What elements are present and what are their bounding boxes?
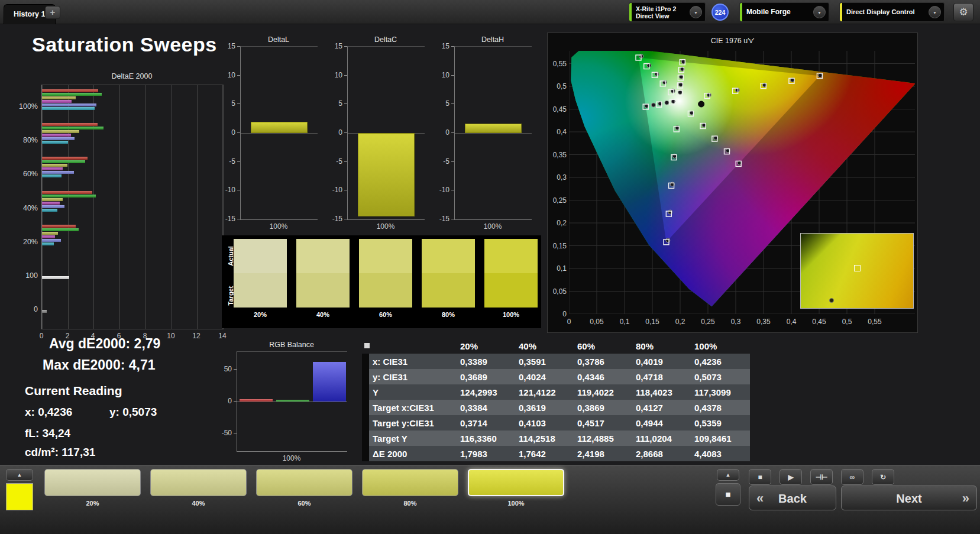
next-chevron-icon: »	[962, 491, 969, 506]
deltae-bar	[42, 164, 67, 167]
deltaC-tick-mark	[344, 132, 347, 133]
current-y-value: y: 0,5073	[109, 406, 157, 419]
table-cell: 117,3099	[691, 387, 749, 397]
deltaH-y-tick-label: -5	[433, 157, 449, 166]
swatch-actual	[484, 239, 538, 273]
continuous-button[interactable]: ∞	[841, 469, 863, 485]
deltae-group-label: 80%	[12, 136, 38, 144]
table-cell: 111,0204	[632, 433, 691, 444]
play-button[interactable]: ▶	[780, 469, 802, 485]
deltae-group-label: 0	[12, 305, 38, 313]
deltae-bar	[42, 225, 76, 228]
current-cdm2-value: cd/m²: 117,31	[25, 446, 95, 459]
deltae-bar	[42, 134, 71, 137]
swatch-target	[422, 273, 475, 308]
repeat-button[interactable]: ↻	[872, 469, 894, 485]
deltae-gridline	[197, 85, 198, 329]
swatch-label: 100%	[484, 311, 538, 318]
rgb-x-label: 100%	[237, 454, 347, 462]
table-cell: 124,2993	[457, 387, 515, 397]
table-row: Target y:CIE310,37140,41030,45170,49440,…	[362, 415, 750, 431]
max-de2000-value: Max dE2000: 4,71	[43, 357, 156, 373]
table-row-label: Target x:CIE31	[362, 403, 457, 413]
add-tab-button[interactable]: +	[45, 6, 60, 19]
deltaL-y-tick-label: 5	[219, 99, 235, 108]
step-button[interactable]: ⊣⊢	[810, 469, 833, 485]
deltaH-tick-mark	[451, 219, 454, 219]
cie-y-tick-label: 0,4	[549, 128, 567, 136]
deltaL-tick-mark	[237, 161, 240, 162]
current-fl-value: fL: 34,24	[25, 427, 70, 440]
page-title: Saturation Sweeps	[32, 33, 217, 56]
actual-vs-target-swatches: ActualTarget20%40%60%80%100%	[222, 235, 541, 328]
table-cell: 0,3689	[457, 372, 515, 382]
cie-x-tick-label: 0	[560, 318, 578, 326]
deltaH-tick-mark	[451, 190, 454, 190]
swatch-label: 80%	[422, 311, 475, 318]
table-cell: 0,4019	[632, 357, 691, 367]
table-cell: 116,3360	[457, 433, 515, 444]
deltae-bar	[42, 171, 74, 174]
table-cell: 0,5073	[691, 372, 749, 382]
swatch-target	[484, 273, 538, 308]
patch-button-100%[interactable]	[468, 469, 564, 496]
deltaH-x-label: 100%	[454, 222, 531, 231]
meter-dropdown[interactable]: X-Rite i1Pro 2Direct View ▼	[629, 2, 706, 22]
deltae-bar	[42, 141, 68, 144]
patch-button-80%[interactable]	[362, 469, 458, 496]
deltaH-y-tick-label: 15	[433, 42, 449, 50]
table-cell: 2,8668	[632, 449, 691, 459]
cie-x-tick-label: 0,4	[782, 318, 800, 326]
display-control-dropdown[interactable]: Direct Display Control ▼	[839, 2, 945, 22]
deltae-bar	[42, 96, 76, 99]
table-corner-cell	[362, 338, 457, 354]
deltae-bar	[42, 228, 79, 231]
table-cell: 0,3786	[574, 357, 632, 367]
swatch-target	[296, 273, 350, 308]
cie-current-point	[698, 101, 704, 107]
deltae-gridline	[145, 85, 146, 329]
cie-x-tick-label: 0,15	[643, 318, 661, 326]
table-row-label: y: CIE31	[362, 372, 457, 382]
patch-button-60%[interactable]	[256, 469, 352, 496]
measurement-count-badge[interactable]: 224	[711, 4, 729, 21]
rgb-y-tick-label: -50	[213, 429, 232, 437]
cie-y-tick-label: 0	[549, 310, 567, 318]
deltaH-y-tick-label: 5	[433, 99, 449, 108]
table-cell: 0,4718	[632, 372, 691, 382]
inset-measured-dot	[829, 298, 834, 303]
settings-button[interactable]: ⚙	[953, 3, 973, 21]
deltae-bar	[42, 100, 72, 103]
cie-y-tick-label: 0,3	[549, 173, 567, 182]
deltal-chart: DeltaL151050-5-10-15100%	[219, 34, 319, 235]
patch-button-20%[interactable]	[44, 469, 141, 496]
deltae-bar	[42, 239, 61, 242]
table-cell: 0,4346	[574, 372, 632, 382]
table-row-label: Target y:CIE31	[362, 418, 457, 428]
current-reading-heading: Current Reading	[25, 384, 122, 398]
swatch-actual	[359, 239, 412, 273]
table-row: ΔE 20001,79831,76422,41982,86684,4083	[362, 446, 750, 461]
table-cell: 0,4127	[632, 403, 691, 413]
stop-button[interactable]: ■	[749, 469, 771, 485]
deltaC-tick-mark	[344, 46, 347, 47]
deltae-group-label: 20%	[12, 238, 38, 246]
table-corner-icon	[364, 343, 370, 348]
swatch-label: 40%	[296, 311, 350, 318]
patch-button-40%[interactable]	[150, 469, 247, 496]
swatch-label: 60%	[359, 311, 412, 318]
table-column-header: 80%	[632, 341, 691, 351]
deltaH-y-tick-label: -10	[433, 186, 449, 194]
deltae-bar	[42, 174, 62, 177]
stop-display-button[interactable]: ■	[716, 483, 740, 506]
meter-mode: Direct View	[636, 12, 669, 20]
deltaL-y-tick-label: -15	[219, 215, 235, 223]
deltae-bar	[42, 232, 58, 235]
deltac-chart: DeltaC151050-5-10-15100%	[326, 34, 426, 235]
rgb-bar-blue	[313, 362, 346, 402]
back-button[interactable]: «Back	[749, 486, 836, 510]
scroll-up-left-button[interactable]: ▲	[6, 469, 33, 481]
source-dropdown[interactable]: Mobile Forge ▼	[739, 2, 829, 22]
next-button[interactable]: Next»	[841, 486, 977, 510]
scroll-up-right-button[interactable]: ▲	[717, 469, 739, 481]
